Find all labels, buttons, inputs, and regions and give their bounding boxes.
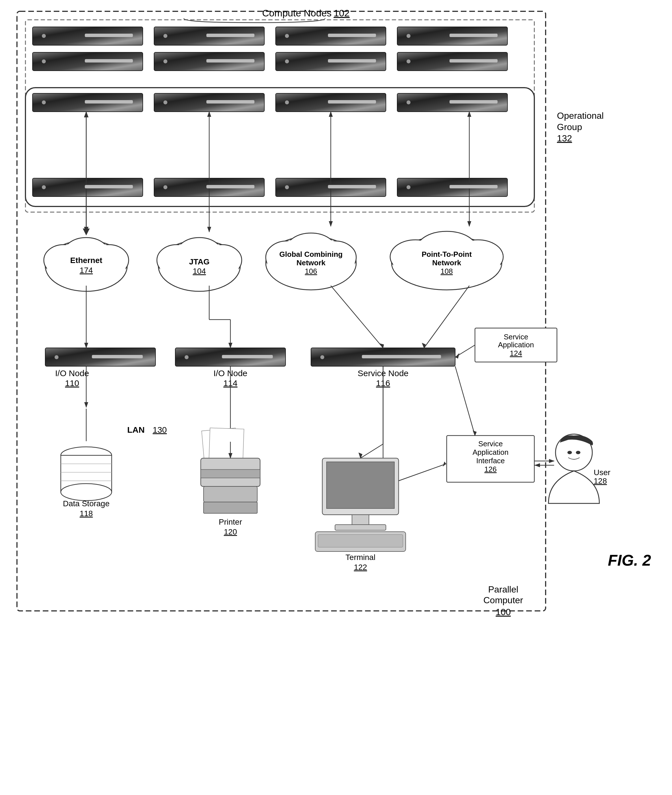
service-app-label: Service <box>504 333 528 341</box>
svg-text:108: 108 <box>440 267 453 276</box>
led <box>285 185 289 189</box>
datastorage-ref: 118 <box>80 509 93 518</box>
io-node1-label: I/O Node <box>55 369 89 378</box>
printer-tray <box>203 502 257 513</box>
terminal-stand-neck <box>352 515 369 525</box>
led <box>320 355 324 359</box>
led <box>42 185 46 189</box>
datastorage-bottom <box>61 484 112 500</box>
led <box>163 100 167 104</box>
led <box>163 185 167 189</box>
operational-group-label: Operational <box>557 111 603 121</box>
operational-group-ref: 132 <box>557 133 572 143</box>
led <box>163 59 167 63</box>
svg-text:JTAG: JTAG <box>189 257 210 266</box>
server-lightbar <box>222 355 273 358</box>
server-lightbar <box>85 100 133 104</box>
led <box>285 100 289 104</box>
led <box>42 100 46 104</box>
server-lightbar <box>206 185 254 188</box>
svg-text:104: 104 <box>193 267 206 276</box>
server-lightbar <box>206 100 254 104</box>
svg-text:Global Combining: Global Combining <box>279 250 342 258</box>
global-combining-cloud: Global Combining Network 106 <box>266 233 356 290</box>
server-lightbar <box>450 59 498 63</box>
server-lightbar <box>450 34 498 37</box>
parallel-computer-ref: 100 <box>496 607 510 617</box>
led <box>163 34 167 38</box>
parallel-computer-label: Parallel <box>488 584 518 595</box>
led <box>185 355 189 359</box>
led <box>406 59 411 63</box>
sai-label2: Application <box>472 448 508 457</box>
server-lightbar <box>328 185 376 188</box>
ethernet-cloud: Ethernet 174 <box>44 237 129 291</box>
compute-nodes-ref: 102 <box>334 8 350 18</box>
server-lightbar <box>328 100 376 104</box>
server-lightbar <box>362 355 441 358</box>
svg-text:Ethernet: Ethernet <box>70 256 102 265</box>
sai-label1: Service <box>478 439 503 448</box>
user-eye-right <box>576 451 581 454</box>
fig-label: FIG. 2 <box>608 551 651 569</box>
parallel-computer-label2: Computer <box>483 595 523 605</box>
operational-group-label2: Group <box>557 122 582 132</box>
terminal-stand-base <box>335 525 386 530</box>
datastorage-label: Data Storage <box>63 499 110 508</box>
user-ref: 128 <box>594 476 607 485</box>
led <box>42 34 46 38</box>
led <box>406 185 411 189</box>
server-lightbar <box>450 100 498 104</box>
printer-base <box>203 486 257 502</box>
service-app-label2: Application <box>498 340 534 349</box>
server-lightbar <box>328 59 376 63</box>
server-lightbar <box>206 59 254 63</box>
user-label: User <box>594 468 610 477</box>
terminal-keys <box>318 535 403 547</box>
server-lightbar <box>328 34 376 37</box>
diagram-svg: Parallel Computer 100 Compute Nodes 102 … <box>0 0 672 795</box>
server-lightbar <box>85 59 133 63</box>
jtag-cloud: JTAG 104 <box>157 237 242 291</box>
terminal-ref: 122 <box>354 563 367 572</box>
svg-text:174: 174 <box>80 266 93 275</box>
led <box>42 59 46 63</box>
svg-text:106: 106 <box>305 267 317 276</box>
user-eye-left <box>567 451 572 454</box>
printer-slot <box>201 470 260 478</box>
server-lightbar <box>85 34 133 37</box>
svg-text:Network: Network <box>432 258 461 267</box>
server-lightbar <box>85 185 133 188</box>
printer-label: Printer <box>219 518 242 526</box>
led <box>54 355 59 359</box>
led <box>285 59 289 63</box>
led <box>285 34 289 38</box>
server-lightbar <box>206 34 254 37</box>
service-app-ref: 124 <box>510 349 522 357</box>
sai-label3: Interface <box>476 457 505 465</box>
svg-text:Network: Network <box>296 258 326 267</box>
lan-ref: 130 <box>153 425 167 434</box>
sai-ref: 126 <box>484 465 496 473</box>
terminal-screen <box>326 462 394 508</box>
svg-text:Point-To-Point: Point-To-Point <box>421 250 472 258</box>
terminal-label: Terminal <box>346 553 376 562</box>
compute-nodes-label: Compute Nodes <box>262 8 331 18</box>
led <box>406 34 411 38</box>
lan-label: LAN <box>127 425 145 434</box>
led <box>406 100 411 104</box>
printer-ref: 120 <box>224 527 237 536</box>
io-node1-ref: 110 <box>65 378 79 388</box>
server-lightbar <box>450 185 498 188</box>
server-lightbar <box>92 355 143 358</box>
